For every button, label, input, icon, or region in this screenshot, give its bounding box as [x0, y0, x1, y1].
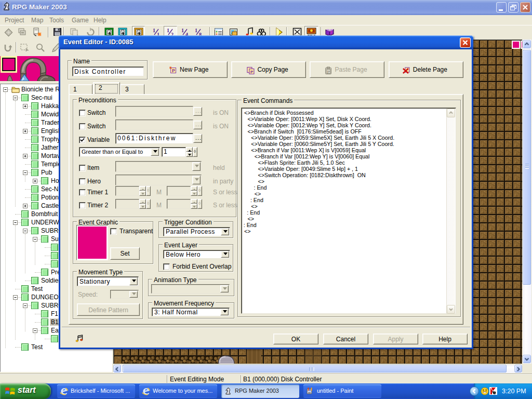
svg-text:1: 1 — [167, 28, 169, 33]
svg-text:1: 1 — [181, 28, 184, 33]
svg-text:P: P — [327, 70, 330, 74]
svg-text:P: P — [250, 70, 254, 74]
svg-text:P: P — [172, 68, 175, 73]
svg-text:?: ? — [330, 31, 332, 35]
svg-text:1: 1 — [195, 28, 197, 33]
svg-text:1: 1 — [153, 28, 155, 33]
